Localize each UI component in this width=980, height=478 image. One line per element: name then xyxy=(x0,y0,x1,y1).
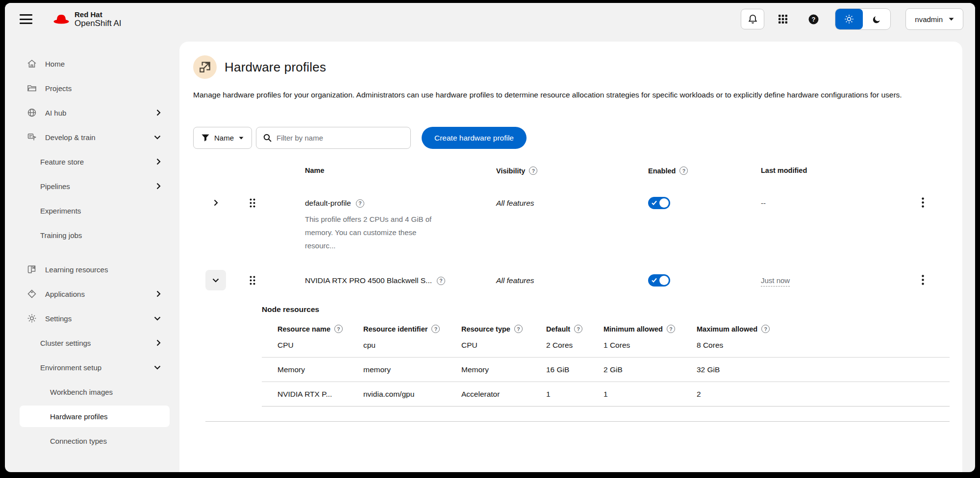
app-launcher-button[interactable] xyxy=(771,9,795,29)
expand-row-button[interactable] xyxy=(205,192,226,213)
help-icon[interactable]: ? xyxy=(356,199,364,208)
home-icon xyxy=(26,59,37,69)
sidebar-item-label: Workbench images xyxy=(50,388,113,396)
last-modified-value[interactable]: Just now xyxy=(761,276,790,287)
help-button[interactable]: ? xyxy=(802,9,825,29)
username: nvadmin xyxy=(915,15,943,24)
resource-identifier-value: nvidia.com/gpu xyxy=(363,390,461,399)
drag-handle-icon[interactable] xyxy=(235,192,301,208)
svg-text:?: ? xyxy=(811,16,815,23)
brand-logo[interactable]: Red Hat OpenShift AI xyxy=(53,10,121,28)
create-hardware-profile-button[interactable]: Create hardware profile xyxy=(422,127,527,149)
gear-icon xyxy=(26,313,37,323)
light-theme-button[interactable] xyxy=(835,9,863,29)
sidebar-item-connection-types[interactable]: Connection types xyxy=(20,430,170,452)
sidebar-item-ai-hub[interactable]: AI hub xyxy=(20,102,170,123)
drag-handle-icon[interactable] xyxy=(235,270,301,285)
sidebar-item-training-jobs[interactable]: Training jobs xyxy=(20,224,170,246)
resource-name-value: Memory xyxy=(262,365,363,374)
profile-name-text: default-profile xyxy=(305,199,351,208)
help-icon[interactable]: ? xyxy=(334,325,343,333)
sidebar-item-hardware-profiles[interactable]: Hardware profiles xyxy=(20,406,170,427)
profile-name[interactable]: default-profile ? xyxy=(305,192,492,208)
profile-name[interactable]: NVIDIA RTX PRO 4500 Blackwell S... ? xyxy=(305,270,492,285)
toggle-knob xyxy=(659,198,669,208)
user-menu[interactable]: nvadmin xyxy=(905,8,963,30)
chevron-right-icon xyxy=(156,183,161,190)
hamburger-menu-icon[interactable] xyxy=(20,14,32,24)
brand-text: Red Hat OpenShift AI xyxy=(75,10,121,28)
help-icon[interactable]: ? xyxy=(679,167,688,175)
main-area: Hardware profiles Manage hardware profil… xyxy=(179,35,975,472)
sidebar-item-environment-setup[interactable]: Environment setup xyxy=(20,357,170,378)
help-icon[interactable]: ? xyxy=(574,325,582,333)
notifications-button[interactable] xyxy=(741,9,764,29)
enabled-toggle[interactable] xyxy=(648,274,670,287)
column-header-name: Name xyxy=(301,167,492,174)
cube-icon xyxy=(26,289,37,299)
moon-icon xyxy=(872,15,881,24)
sidebar-item-feature-store[interactable]: Feature store xyxy=(20,151,170,172)
sidebar-item-home[interactable]: Home xyxy=(20,53,170,74)
chevron-right-icon xyxy=(156,158,161,165)
filter-column-dropdown[interactable]: Name xyxy=(193,127,252,149)
page-header: Hardware profiles xyxy=(193,55,950,79)
column-label: Resource type xyxy=(461,325,510,333)
help-icon[interactable]: ? xyxy=(431,325,440,333)
minimum-allowed-value: 1 xyxy=(603,390,697,399)
kebab-menu-button[interactable] xyxy=(915,270,931,290)
collapse-row-button[interactable] xyxy=(205,270,226,290)
folder-icon xyxy=(26,83,37,93)
search-icon xyxy=(263,134,272,142)
sidebar-item-label: Settings xyxy=(45,314,72,323)
enabled-toggle[interactable] xyxy=(648,197,670,209)
chevron-right-icon xyxy=(156,109,161,116)
column-header-minimum-allowed: Minimum allowed ? xyxy=(603,325,697,333)
book-icon xyxy=(26,264,37,274)
caret-down-icon xyxy=(949,18,954,21)
sidebar-item-label: AI hub xyxy=(45,109,66,117)
kebab-menu-button[interactable] xyxy=(915,192,931,213)
column-label: Enabled xyxy=(648,167,676,175)
bell-icon xyxy=(748,14,758,24)
help-icon[interactable]: ? xyxy=(514,325,523,333)
help-icon[interactable]: ? xyxy=(667,325,675,333)
sidebar-item-learning-resources[interactable]: Learning resources xyxy=(20,259,170,280)
column-header-maximum-allowed: Maximum allowed ? xyxy=(697,325,795,333)
node-resources-title: Node resources xyxy=(262,305,950,314)
resource-type-value: Accelerator xyxy=(461,390,546,399)
sidebar-item-experiments[interactable]: Experiments xyxy=(20,200,170,221)
sidebar-item-develop-train[interactable]: Develop & train xyxy=(20,126,170,148)
sidebar-item-label: Develop & train xyxy=(45,133,96,142)
sidebar-item-projects[interactable]: Projects xyxy=(20,77,170,99)
search-field xyxy=(256,127,411,149)
search-input[interactable] xyxy=(276,134,403,142)
column-header-resource-name: Resource name ? xyxy=(262,325,363,333)
maximum-allowed-value: 2 xyxy=(697,390,795,399)
resource-name-value: NVIDIA RTX P... xyxy=(262,390,363,399)
maximum-allowed-value: 8 Cores xyxy=(697,341,795,350)
sidebar-item-label: Pipelines xyxy=(40,182,70,191)
resource-identifier-value: memory xyxy=(363,365,461,374)
dark-theme-button[interactable] xyxy=(863,9,890,29)
help-icon[interactable]: ? xyxy=(761,325,770,333)
brand-line2: OpenShift AI xyxy=(75,19,121,28)
masthead: Red Hat OpenShift AI xyxy=(5,3,975,35)
filter-dropdown-label: Name xyxy=(214,134,234,142)
sidebar-item-settings[interactable]: Settings xyxy=(20,308,170,329)
sidebar-item-label: Feature store xyxy=(40,158,84,166)
sidebar-item-pipelines[interactable]: Pipelines xyxy=(20,175,170,197)
column-header-enabled: Enabled ? xyxy=(644,167,757,175)
table-bottom-divider xyxy=(205,421,950,422)
sidebar-item-workbench-images[interactable]: Workbench images xyxy=(20,381,170,403)
toolbar: Name Create hardware profile xyxy=(193,127,950,149)
sidebar-item-cluster-settings[interactable]: Cluster settings xyxy=(20,332,170,354)
check-icon xyxy=(652,200,657,206)
chevron-right-icon xyxy=(156,339,161,346)
sidebar-item-applications[interactable]: Applications xyxy=(20,283,170,305)
help-icon[interactable]: ? xyxy=(529,167,537,175)
column-header-resource-identifier: Resource identifier ? xyxy=(363,325,461,333)
help-icon[interactable]: ? xyxy=(437,277,445,285)
sidebar-item-label: Home xyxy=(45,60,65,68)
node-resources-section: Node resources Resource name ? Resource … xyxy=(262,305,950,406)
